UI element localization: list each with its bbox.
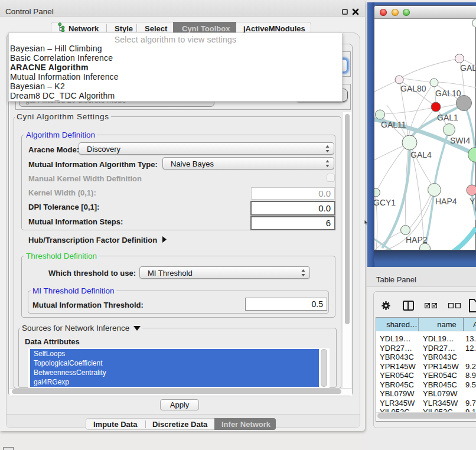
svg-text:GAL1: GAL1	[437, 113, 458, 122]
svg-text:GCY1: GCY1	[374, 198, 396, 207]
svg-text:HAP2: HAP2	[406, 235, 428, 244]
svg-text:GAL7: GAL7	[460, 63, 476, 73]
svg-text:GAL11: GAL11	[381, 120, 406, 129]
svg-text:SWI4: SWI4	[450, 136, 470, 145]
svg-text:YNL: YNL	[470, 197, 476, 206]
svg-text:HAP4: HAP4	[435, 197, 457, 206]
svg-text:GAL4: GAL4	[410, 150, 432, 159]
svg-text:GAL80: GAL80	[400, 84, 426, 93]
svg-text:GAL10: GAL10	[435, 89, 461, 98]
